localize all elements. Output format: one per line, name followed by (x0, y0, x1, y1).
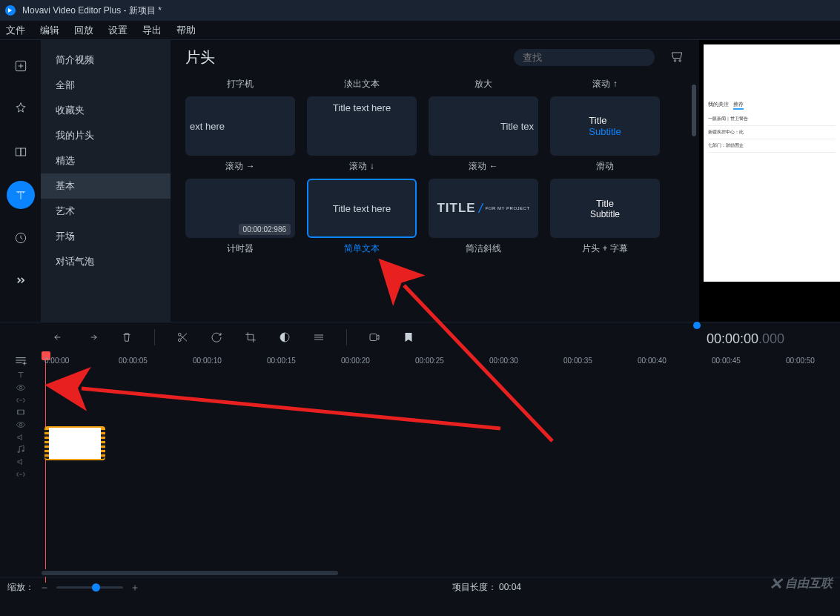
preview-timecode: 00:00:00.000 (707, 331, 784, 347)
zoom-out-icon[interactable] (40, 583, 49, 592)
preset-caption: 打字机 (227, 78, 254, 90)
menu-bar: 文件 编辑 回放 设置 导出 帮助 (0, 21, 840, 40)
crop-icon[interactable] (244, 331, 257, 344)
cat-basic[interactable]: 基本 (41, 173, 171, 199)
record-icon[interactable] (368, 331, 381, 344)
cat-all[interactable]: 全部 (41, 73, 171, 98)
gallery-heading: 片头 (185, 47, 514, 67)
cat-art[interactable]: 艺术 (41, 199, 171, 224)
rotate-icon[interactable] (210, 331, 223, 344)
mute-icon[interactable] (16, 457, 26, 467)
cat-featured[interactable]: 精选 (41, 148, 171, 173)
preset-caption: 滚动 → (225, 160, 254, 173)
audio-track-icon (16, 444, 26, 454)
cart-icon[interactable] (669, 49, 684, 67)
track-head (0, 444, 42, 480)
svg-point-12 (19, 386, 22, 389)
title-preset[interactable]: Title text here (307, 96, 417, 156)
app-icon (4, 4, 16, 16)
tool-import[interactable] (7, 52, 35, 80)
text-track-icon (16, 370, 26, 380)
title-preset[interactable]: TitleSubtitle (550, 179, 660, 238)
preset-caption: 计时器 (227, 242, 254, 255)
mute-icon[interactable] (16, 432, 26, 443)
cat-favorites[interactable]: 收藏夹 (41, 98, 171, 123)
link-icon[interactable] (16, 469, 26, 480)
left-toolbar (0, 40, 41, 322)
menu-playback[interactable]: 回放 (74, 24, 93, 37)
delete-icon[interactable] (120, 331, 133, 344)
search-input[interactable] (523, 52, 647, 63)
title-track[interactable] (0, 369, 840, 406)
watermark: ✕ 自由互联 (769, 574, 833, 594)
empty-track-area[interactable] (0, 480, 840, 569)
undo-icon[interactable] (52, 331, 65, 344)
title-bar: Movavi Video Editor Plus - 新项目 * (0, 0, 840, 21)
visibility-icon[interactable] (16, 420, 26, 430)
timeline-scrollbar[interactable] (42, 569, 840, 577)
cat-speech-bubble[interactable]: 对话气泡 (41, 249, 171, 274)
svg-point-14 (19, 423, 22, 426)
svg-point-15 (18, 451, 19, 452)
video-track[interactable] (0, 406, 840, 443)
audio-track[interactable] (0, 443, 840, 480)
cat-opening[interactable]: 开场 (41, 224, 171, 249)
status-bar: 缩放： 项目长度： 00:04 (0, 577, 840, 597)
zoom-in-icon[interactable] (130, 583, 139, 592)
preset-caption: 简洁斜线 (466, 242, 501, 255)
preset-caption: 滚动 ← (469, 160, 497, 173)
preset-caption: 滑动 (596, 160, 614, 173)
svg-rect-2 (16, 148, 21, 156)
video-track-icon (16, 407, 26, 417)
timeline-ruler[interactable]: 0:00:00 00:00:05 00:00:10 00:00:15 00:00… (0, 351, 840, 369)
timestamp-badge: 00:00:02:986 (239, 224, 291, 235)
gallery-scrollbar[interactable] (692, 85, 696, 136)
menu-file[interactable]: 文件 (6, 24, 25, 37)
visibility-icon[interactable] (16, 382, 26, 393)
preset-caption: 滚动 ↑ (592, 78, 617, 90)
title-preset[interactable]: ext here (185, 96, 295, 156)
titles-gallery: 片头 打字机 淡出文本 放大 滚动 ↑ ext here滚动 → Title t… (171, 40, 699, 322)
title-preset[interactable]: TITLE/FOR MY PROJECT (429, 179, 538, 238)
track-head (0, 370, 42, 405)
menu-help[interactable]: 帮助 (176, 24, 196, 37)
category-sidebar: 简介视频 全部 收藏夹 我的片头 精选 基本 艺术 开场 对话气泡 (41, 40, 171, 322)
tool-transitions[interactable] (7, 138, 35, 166)
project-length-label: 项目长度： (452, 582, 497, 592)
zoom-label: 缩放： (7, 581, 34, 594)
redo-icon[interactable] (86, 331, 99, 344)
preview-panel: 我的关注推荐 一眼新闻｜世卫警告 新疆疾控中心：此 七部门：鼓励国企 00:00… (699, 40, 840, 322)
menu-settings[interactable]: 设置 (108, 24, 128, 37)
cat-intro-video[interactable]: 简介视频 (41, 47, 171, 73)
preset-caption: 滚动 ↓ (349, 160, 374, 173)
cut-icon[interactable] (176, 331, 189, 344)
menu-export[interactable]: 导出 (142, 24, 162, 37)
color-adjust-icon[interactable] (278, 331, 291, 344)
svg-rect-13 (18, 410, 24, 414)
tool-more[interactable] (7, 267, 35, 295)
svg-point-9 (178, 333, 181, 336)
zoom-knob[interactable] (92, 583, 100, 592)
title-preset-selected[interactable]: Title text here (307, 179, 417, 238)
tool-stickers[interactable] (7, 224, 35, 252)
preset-caption: 片头 + 字幕 (582, 242, 628, 255)
menu-edit[interactable]: 编辑 (40, 24, 59, 37)
timeline: 0:00:00 00:00:05 00:00:10 00:00:15 00:00… (0, 351, 840, 577)
title-preset[interactable]: Title tex (429, 96, 538, 156)
zoom-slider[interactable] (40, 583, 139, 592)
svg-rect-3 (21, 148, 26, 156)
cat-my-titles[interactable]: 我的片头 (41, 123, 171, 148)
title-preset[interactable]: TitleSubtitle (550, 96, 660, 156)
title-preset[interactable]: 00:00:02:986 (185, 179, 295, 238)
add-track-icon[interactable] (13, 353, 28, 368)
marker-icon[interactable] (402, 331, 415, 344)
tool-filters[interactable] (7, 95, 35, 123)
video-clip[interactable] (44, 426, 105, 460)
link-icon[interactable] (16, 395, 26, 405)
project-length-value: 00:04 (499, 582, 521, 592)
tool-titles[interactable] (7, 181, 35, 209)
search-box[interactable] (514, 49, 655, 66)
clip-properties-icon[interactable] (312, 331, 325, 344)
preview-marker (693, 322, 701, 329)
preview-screen[interactable]: 我的关注推荐 一眼新闻｜世卫警告 新疆疾控中心：此 七部门：鼓励国企 (704, 44, 840, 282)
